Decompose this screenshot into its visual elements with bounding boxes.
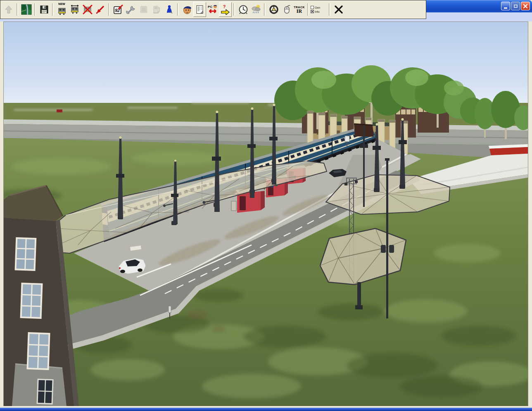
maximize-icon (514, 5, 518, 8)
option-label-info: Info (315, 10, 320, 13)
toolbar-separator (307, 3, 309, 16)
signal-92-icon: 92 (113, 4, 124, 15)
checkbox-checked-icon[interactable] (311, 10, 314, 13)
minimize-icon (504, 7, 507, 9)
mouse-icon (282, 5, 292, 14)
wrench-button[interactable] (124, 2, 137, 17)
track-ir-button[interactable]: TRACK IR (293, 2, 306, 17)
train-front-icon (57, 6, 67, 16)
toolbar-separator (108, 3, 110, 16)
new-badge: NEW (58, 2, 65, 5)
control-list-button[interactable] (193, 2, 206, 17)
route-query-button[interactable]: ? (219, 2, 232, 17)
scene-viewport-3d[interactable] (3, 21, 528, 406)
clock-button[interactable] (237, 2, 249, 17)
wrench-icon (126, 5, 136, 14)
rolling-stock-width-button[interactable] (68, 2, 81, 17)
close-x-icon (334, 5, 343, 14)
conductor-button[interactable] (163, 2, 176, 17)
blue-figure-icon (164, 5, 174, 14)
control-toolbar: NEW (0, 0, 426, 19)
signal-92-button[interactable]: 92 (112, 2, 124, 17)
svg-text:?: ? (223, 4, 226, 9)
window-border-bottom (0, 408, 532, 411)
fuel-pump-icon (152, 5, 162, 14)
toolbar-separator (233, 3, 235, 16)
document-list-icon (195, 5, 205, 14)
distant-red-vehicle (57, 109, 62, 112)
maximize-button[interactable] (511, 2, 520, 10)
steering-wheel-button[interactable] (267, 2, 280, 17)
scene-3d (4, 22, 528, 406)
ir-label: IR (297, 9, 302, 14)
svg-text:PC: PC (208, 5, 212, 9)
toolbar-separator (52, 3, 54, 16)
minimize-button[interactable] (501, 2, 510, 10)
weather-button[interactable] (249, 2, 262, 17)
fuel-button[interactable] (150, 2, 163, 17)
move-up-button[interactable] (2, 2, 15, 17)
clock-icon (238, 4, 249, 15)
driver-face-icon (182, 4, 192, 15)
mouse-control-button[interactable] (280, 2, 293, 17)
couple-button[interactable] (94, 2, 107, 17)
save-button[interactable] (38, 2, 50, 17)
toolbar-separator (34, 3, 36, 16)
stamp-icon (139, 5, 149, 14)
train-width-arrow-icon (70, 5, 80, 14)
toolbar-separator (177, 3, 179, 16)
pc-exchange-icon: PC (207, 4, 218, 15)
close-button[interactable] (521, 2, 530, 10)
red-couple-arrow-icon (95, 5, 105, 14)
new-rolling-stock-button[interactable]: NEW (55, 2, 68, 17)
track-sign (345, 136, 349, 142)
close-toolbar-button[interactable] (332, 2, 345, 17)
toolbar-separator (264, 3, 266, 16)
train-delete-icon (83, 5, 93, 14)
save-floppy-icon (40, 5, 49, 14)
map-view-button[interactable] (20, 2, 33, 17)
steering-wheel-icon (268, 4, 279, 15)
up-arrow-icon (4, 5, 13, 14)
stamp-button[interactable] (137, 2, 150, 17)
close-icon (523, 4, 528, 9)
checkbox-unchecked-icon[interactable] (311, 6, 314, 9)
driver-view-button[interactable] (180, 2, 193, 17)
delete-rolling-stock-button[interactable] (81, 2, 94, 17)
option-checkboxes[interactable]: Gen Info (311, 2, 327, 17)
map-thumbnail-icon (21, 4, 32, 15)
taillight (119, 267, 121, 269)
option-label-gen: Gen (315, 6, 320, 9)
toolbar-separator (17, 3, 18, 16)
question-arrow-icon: ? (220, 4, 231, 15)
pc-exchange-button[interactable]: PC (206, 2, 219, 17)
toolbar-separator (329, 3, 330, 16)
weather-rain-icon (251, 4, 261, 15)
